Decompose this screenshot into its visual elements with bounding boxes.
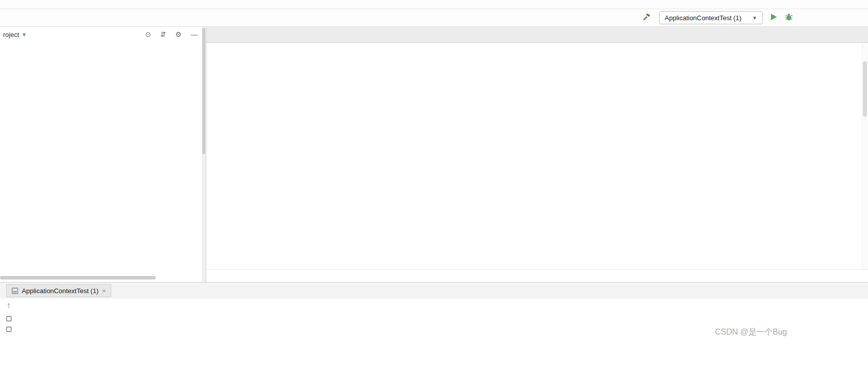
run-button[interactable] (770, 13, 777, 23)
close-tab-icon[interactable]: × (102, 287, 106, 295)
project-panel-title[interactable]: roject (3, 31, 19, 38)
console-option-icon[interactable] (6, 316, 12, 321)
run-tool-window: ApplicationContextTest (1) × ↑ CSDN @是一个… (0, 282, 868, 372)
hide-panel-icon[interactable]: — (191, 30, 198, 38)
debug-button[interactable] (785, 13, 793, 23)
editor-column (206, 27, 868, 282)
menu-bar (0, 0, 868, 9)
gear-icon[interactable]: ⚙ (175, 30, 182, 38)
tree-horizontal-scrollbar[interactable] (0, 276, 156, 280)
main-area: roject ▼ ⊙ ⇵ ⚙ — (0, 27, 868, 282)
project-panel-toolbar: ⊙ ⇵ ⚙ — (145, 30, 198, 38)
locate-file-icon[interactable]: ⊙ (145, 30, 151, 38)
chevron-down-icon: ▼ (752, 15, 757, 21)
toolbar-right: ApplicationContextTest (1) ▼ (642, 11, 793, 24)
run-configuration-select[interactable]: ApplicationContextTest (1) ▼ (659, 11, 763, 24)
console-toolbar: ↑ (0, 301, 17, 332)
run-tab-label: ApplicationContextTest (1) (22, 287, 99, 295)
scroll-to-top-icon[interactable]: ↑ (7, 301, 11, 311)
run-tab-row: ApplicationContextTest (1) × (0, 283, 868, 299)
collapse-all-icon[interactable]: ⇵ (160, 30, 166, 38)
chevron-down-icon[interactable]: ▼ (22, 32, 27, 37)
navigation-bar: ApplicationContextTest (1) ▼ (0, 9, 868, 27)
build-hammer-icon[interactable] (642, 12, 652, 24)
code-editor[interactable] (206, 43, 868, 269)
editor-breadcrumb (206, 269, 868, 282)
tree-scrollbar[interactable] (202, 27, 206, 282)
project-tool-window: roject ▼ ⊙ ⇵ ⚙ — (0, 27, 206, 282)
console-output[interactable] (0, 299, 868, 301)
console-list-icon[interactable] (6, 327, 12, 332)
editor-scrollbar[interactable] (862, 43, 868, 269)
watermark: CSDN @是一个Bug (715, 327, 788, 338)
run-configuration-label: ApplicationContextTest (1) (665, 14, 742, 22)
tool-window-icon (12, 288, 18, 294)
editor-tab-bar (206, 27, 868, 43)
project-panel-header: roject ▼ ⊙ ⇵ ⚙ — (0, 27, 206, 42)
run-tab[interactable]: ApplicationContextTest (1) × (6, 284, 111, 297)
